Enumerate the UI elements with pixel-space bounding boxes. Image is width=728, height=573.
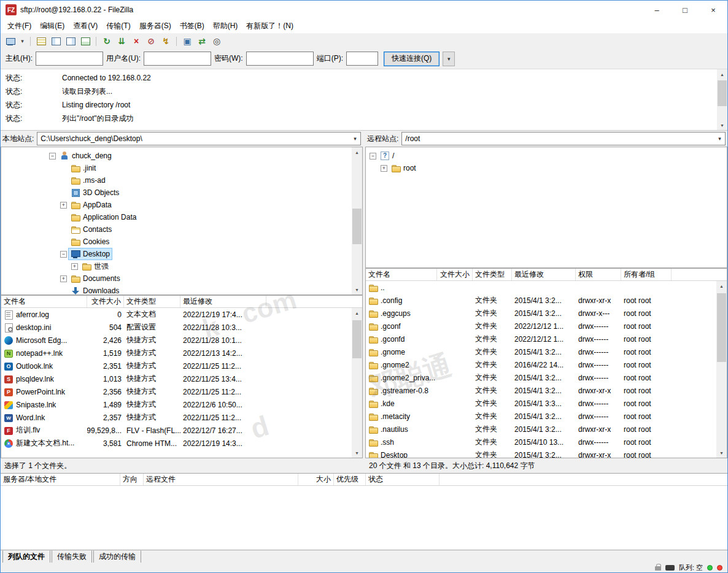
file-row[interactable]: aferror.log 0 文本文档 2022/12/19 17:4... bbox=[1, 308, 362, 321]
scroll-down-icon[interactable] bbox=[717, 120, 727, 130]
directory-compare-icon[interactable]: ▣ bbox=[180, 35, 194, 47]
cancel-icon[interactable]: × bbox=[130, 35, 143, 47]
scroll-up-icon[interactable] bbox=[352, 147, 362, 157]
tree-item[interactable]: + root bbox=[366, 162, 714, 174]
column-header[interactable]: 文件名 bbox=[366, 269, 437, 280]
toolbar-separator[interactable] bbox=[96, 37, 96, 46]
file-row[interactable]: Snipaste.lnk 1,489 快捷方式 2022/12/6 10:50.… bbox=[1, 398, 362, 411]
remote-path-combo[interactable]: /root bbox=[401, 132, 726, 145]
column-header[interactable]: 文件类型 bbox=[473, 269, 512, 280]
tree-item[interactable]: Contacts bbox=[1, 223, 350, 236]
tree-item[interactable]: .jinit bbox=[1, 162, 350, 174]
quickconnect-dropdown-icon[interactable] bbox=[443, 52, 455, 66]
menu-item[interactable]: 有新版了！(N) bbox=[242, 19, 298, 33]
tree-item[interactable]: Downloads bbox=[1, 285, 350, 295]
file-row[interactable]: .gnome 文件夹 2015/4/1 3:2... drwx------ ro… bbox=[366, 345, 727, 358]
toolbar-separator[interactable] bbox=[176, 37, 177, 46]
file-row[interactable]: .gnome2 文件夹 2016/4/22 14... drwx------ r… bbox=[366, 358, 727, 371]
queue-tab[interactable]: 成功的传输 bbox=[93, 550, 141, 564]
file-row[interactable]: Outlook.lnk 2,351 快捷方式 2022/11/25 11:2..… bbox=[1, 360, 362, 372]
host-input[interactable] bbox=[36, 52, 103, 66]
reconnect-icon[interactable]: ↯ bbox=[159, 35, 172, 47]
tree-expander-icon[interactable]: + bbox=[60, 275, 67, 282]
column-header[interactable]: 文件大小 bbox=[87, 296, 124, 307]
scroll-down-icon[interactable] bbox=[352, 448, 362, 458]
tree-item[interactable]: Application Data bbox=[1, 211, 350, 223]
scrollbar[interactable] bbox=[352, 308, 362, 458]
tree-item[interactable]: − chuck_deng bbox=[1, 150, 350, 162]
file-row[interactable]: plsqldev.lnk 1,013 快捷方式 2022/11/25 13:4.… bbox=[1, 372, 362, 385]
scrollbar-thumb[interactable] bbox=[718, 80, 727, 106]
find-files-icon[interactable]: ◎ bbox=[210, 35, 223, 47]
file-row[interactable]: .config 文件夹 2015/4/1 3:2... drwxr-xr-x r… bbox=[366, 294, 727, 307]
chevron-down-icon[interactable] bbox=[350, 133, 360, 145]
file-row[interactable]: .metacity 文件夹 2015/4/1 3:2... drwx------… bbox=[366, 410, 727, 423]
file-row[interactable]: PowerPoint.lnk 2,356 快捷方式 2022/11/25 11:… bbox=[1, 385, 362, 398]
scrollbar-thumb[interactable] bbox=[352, 209, 362, 244]
scroll-up-icon[interactable] bbox=[717, 69, 727, 79]
message-log-toggle-icon[interactable] bbox=[34, 35, 48, 47]
remote-tree-toggle-icon[interactable] bbox=[64, 35, 77, 47]
column-header[interactable]: 文件大小 bbox=[437, 269, 473, 280]
local-path-combo[interactable]: C:\Users\chuck_deng\Desktop\ bbox=[37, 132, 361, 145]
tree-expander-icon[interactable]: − bbox=[49, 153, 56, 160]
close-button[interactable]: × bbox=[699, 1, 727, 19]
scrollbar[interactable] bbox=[717, 69, 727, 130]
file-row[interactable]: .gnome2_priva... 文件夹 2015/4/1 3:2... drw… bbox=[366, 371, 727, 384]
local-tree-toggle-icon[interactable] bbox=[49, 35, 63, 47]
file-row[interactable]: .ssh 文件夹 2015/4/10 13... drwx------ root… bbox=[366, 436, 727, 448]
tree-expander-icon[interactable]: + bbox=[60, 202, 67, 209]
username-input[interactable] bbox=[144, 52, 211, 66]
tree-expander-icon[interactable]: + bbox=[71, 263, 78, 270]
site-manager-icon[interactable] bbox=[4, 35, 17, 47]
scroll-up-icon[interactable] bbox=[716, 281, 727, 291]
tree-expander-icon[interactable]: + bbox=[381, 165, 387, 172]
minimize-button[interactable]: – bbox=[643, 1, 671, 19]
menu-item[interactable]: 传输(T) bbox=[102, 19, 134, 33]
toolbar-separator[interactable] bbox=[30, 37, 31, 46]
maximize-button[interactable]: □ bbox=[671, 1, 699, 19]
queue-toggle-icon[interactable] bbox=[79, 35, 92, 47]
refresh-icon[interactable]: ↻ bbox=[100, 35, 114, 47]
process-queue-icon[interactable]: ⇊ bbox=[115, 35, 128, 47]
tree-item[interactable]: 3D Objects bbox=[1, 187, 350, 199]
tree-item[interactable]: .ms-ad bbox=[1, 174, 350, 187]
quickconnect-button[interactable]: 快速连接(Q) bbox=[384, 52, 440, 66]
menu-item[interactable]: 服务器(S) bbox=[135, 19, 176, 33]
queue-tab[interactable]: 列队的文件 bbox=[2, 550, 50, 564]
column-header[interactable]: 最近修改 bbox=[512, 269, 576, 280]
port-input[interactable] bbox=[346, 52, 378, 66]
scrollbar-thumb[interactable] bbox=[717, 293, 726, 362]
column-header[interactable]: 所有者/组 bbox=[621, 269, 672, 280]
file-row[interactable]: 新建文本文档.ht... 3,581 Chrome HTM... 2022/12… bbox=[1, 437, 362, 450]
column-header[interactable]: 远程文件 bbox=[144, 474, 298, 485]
file-row[interactable]: .eggcups 文件夹 2015/4/1 3:2... drwxr-x--- … bbox=[366, 307, 727, 320]
tree-expander-icon[interactable]: − bbox=[60, 251, 67, 258]
chevron-down-icon[interactable] bbox=[714, 133, 725, 145]
menu-item[interactable]: 查看(V) bbox=[69, 19, 102, 33]
scrollbar[interactable] bbox=[716, 281, 727, 458]
queue-tab[interactable]: 传输失败 bbox=[52, 550, 92, 564]
password-input[interactable] bbox=[246, 52, 314, 66]
column-header[interactable]: 最近修改 bbox=[180, 296, 266, 307]
tree-item[interactable]: Cookies bbox=[1, 236, 350, 248]
file-row[interactable]: .gstreamer-0.8 文件夹 2015/4/1 3:2... drwxr… bbox=[366, 384, 727, 397]
file-row[interactable]: desktop.ini 504 配置设置 2022/11/28 10:3... bbox=[1, 321, 362, 334]
column-header[interactable]: 大小 bbox=[298, 474, 334, 485]
site-manager-dropdown-icon[interactable]: ▾ bbox=[18, 35, 26, 47]
tree-item[interactable]: + Documents bbox=[1, 272, 350, 285]
scrollbar[interactable] bbox=[352, 147, 362, 294]
tree-expander-icon[interactable]: − bbox=[370, 153, 376, 160]
tree-item[interactable]: + AppData bbox=[1, 199, 350, 211]
file-row[interactable]: .kde 文件夹 2015/4/1 3:3... drwx------ root… bbox=[366, 397, 727, 410]
file-row[interactable]: .gconf 文件夹 2022/12/12 1... drwx------ ro… bbox=[366, 320, 727, 333]
file-row[interactable]: notepad++.lnk 1,519 快捷方式 2022/12/13 14:2… bbox=[1, 347, 362, 360]
file-row[interactable]: Microsoft Edg... 2,426 快捷方式 2022/11/28 1… bbox=[1, 334, 362, 347]
file-row[interactable]: Desktop 文件夹 2015/4/1 3:2... drwxr-xr-x r… bbox=[366, 448, 727, 458]
scroll-up-icon[interactable] bbox=[352, 308, 362, 318]
file-row[interactable]: Word.lnk 2,357 快捷方式 2022/11/25 11:2... bbox=[1, 411, 362, 424]
file-row[interactable]: 培训.flv 199,529,8... FLV - Flash(FL... 20… bbox=[1, 424, 362, 437]
scroll-down-icon[interactable] bbox=[352, 285, 362, 294]
column-header[interactable]: 文件类型 bbox=[124, 296, 180, 307]
menu-item[interactable]: 书签(B) bbox=[176, 19, 209, 33]
